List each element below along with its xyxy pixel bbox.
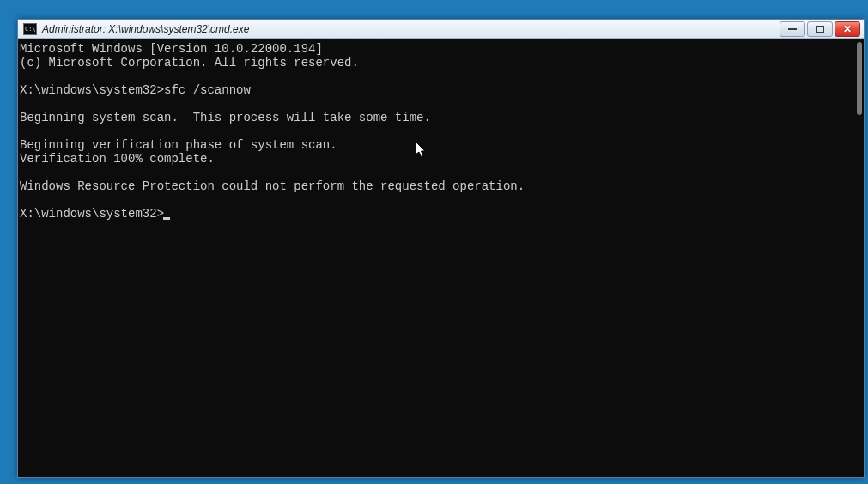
window-title: Administrator: X:\windows\system32\cmd.e…	[42, 23, 778, 35]
close-icon: ✕	[843, 23, 852, 35]
titlebar[interactable]: C:\ Administrator: X:\windows\system32\c…	[18, 20, 864, 39]
terminal-line: Beginning verification phase of system s…	[20, 138, 862, 152]
terminal-line	[20, 166, 862, 179]
cmd-icon-text: C:\	[25, 26, 36, 33]
terminal-line: (c) Microsoft Corporation. All rights re…	[20, 56, 862, 70]
terminal-prompt-line: X:\windows\system32>	[20, 207, 862, 221]
terminal-line: Verification 100% complete.	[20, 152, 862, 166]
window-controls: ✕	[778, 21, 860, 37]
terminal-body[interactable]: Microsoft Windows [Version 10.0.22000.19…	[18, 39, 864, 477]
terminal-line: X:\windows\system32>sfc /scannow	[20, 83, 862, 97]
terminal-line: Windows Resource Protection could not pe…	[20, 179, 862, 193]
terminal-line: Microsoft Windows [Version 10.0.22000.19…	[20, 42, 862, 56]
cmd-window: C:\ Administrator: X:\windows\system32\c…	[17, 19, 865, 478]
terminal-line	[20, 70, 862, 83]
terminal-line: Beginning system scan. This process will…	[20, 111, 862, 124]
maximize-icon	[816, 26, 824, 33]
terminal-cursor	[163, 217, 170, 220]
terminal-line	[20, 97, 862, 111]
minimize-icon	[788, 27, 797, 30]
terminal-line	[20, 193, 862, 207]
scrollbar-thumb[interactable]	[857, 42, 862, 115]
cmd-icon: C:\	[23, 23, 37, 35]
terminal-line	[20, 124, 862, 138]
terminal-prompt: X:\windows\system32>	[20, 207, 164, 221]
minimize-button[interactable]	[780, 21, 805, 37]
close-button[interactable]: ✕	[835, 21, 860, 37]
maximize-button[interactable]	[807, 21, 833, 37]
